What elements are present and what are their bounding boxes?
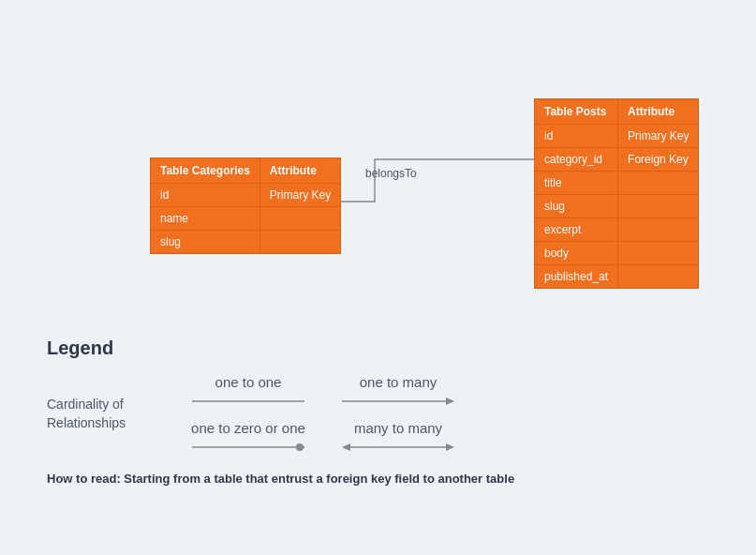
table-row: slug bbox=[151, 231, 341, 254]
field-excerpt: excerpt bbox=[535, 218, 618, 242]
many-to-many-label: many to many bbox=[354, 420, 442, 436]
table-categories: Table Categories Attribute id Primary Ke… bbox=[150, 158, 341, 254]
one-to-many-svg bbox=[337, 394, 459, 409]
legend-content: Cardinality ofRelationships one to one o… bbox=[47, 374, 709, 455]
how-to-read: How to read: Starting from a table that … bbox=[37, 472, 719, 486]
attr-primary-key-cat: Primary Key bbox=[259, 184, 340, 207]
attr-empty-4 bbox=[618, 195, 699, 218]
many-to-many-svg bbox=[337, 440, 459, 455]
svg-marker-5 bbox=[342, 443, 350, 451]
attr-primary-key-post: Primary Key bbox=[618, 125, 699, 148]
attr-empty-5 bbox=[618, 218, 699, 242]
field-published-at: published_at bbox=[535, 265, 618, 289]
legend-one-to-one: one to one bbox=[187, 374, 309, 409]
legend-many-to-many: many to many bbox=[337, 420, 459, 455]
one-to-zero-or-one-svg bbox=[187, 440, 309, 455]
posts-title: Table Posts bbox=[535, 99, 618, 125]
field-slug-cat: slug bbox=[151, 231, 260, 254]
attr-foreign-key: Foreign Key bbox=[618, 148, 699, 172]
table-row: name bbox=[151, 207, 341, 231]
one-to-one-label: one to one bbox=[215, 374, 282, 390]
one-to-many-line bbox=[337, 394, 459, 409]
categories-attr-header: Attribute bbox=[259, 158, 340, 184]
svg-point-4 bbox=[296, 443, 304, 451]
table-row: published_at bbox=[535, 265, 699, 289]
legend-one-to-zero-or-one: one to zero or one bbox=[187, 420, 309, 455]
legend-items: one to one one to many bbox=[187, 374, 459, 455]
table-row: slug bbox=[535, 195, 699, 218]
table-posts: Table Posts Attribute id Primary Key cat… bbox=[534, 98, 699, 289]
one-to-zero-or-one-line bbox=[187, 440, 309, 455]
field-slug-post: slug bbox=[535, 195, 618, 218]
cardinality-label: Cardinality ofRelationships bbox=[47, 396, 169, 432]
field-id-cat: id bbox=[151, 184, 260, 207]
field-title-post: title bbox=[535, 172, 618, 195]
attr-empty-3 bbox=[618, 172, 699, 195]
attr-empty-2 bbox=[259, 231, 340, 254]
table-row: title bbox=[535, 172, 699, 195]
one-to-zero-or-one-label: one to zero or one bbox=[191, 420, 305, 436]
table-row: category_id Foreign Key bbox=[535, 148, 699, 172]
field-id-post: id bbox=[535, 125, 618, 148]
table-row: id Primary Key bbox=[151, 184, 341, 207]
table-row: body bbox=[535, 242, 699, 265]
legend-title: Legend bbox=[47, 338, 709, 359]
attr-empty-1 bbox=[259, 207, 340, 231]
attr-empty-6 bbox=[618, 242, 699, 265]
table-row: id Primary Key bbox=[535, 125, 699, 148]
field-body: body bbox=[535, 242, 618, 265]
one-to-many-label: one to many bbox=[360, 374, 437, 390]
svg-marker-2 bbox=[446, 398, 454, 405]
table-row: excerpt bbox=[535, 218, 699, 242]
categories-title: Table Categories bbox=[151, 158, 260, 184]
field-name-cat: name bbox=[151, 207, 260, 231]
legend-section: Legend Cardinality ofRelationships one t… bbox=[37, 338, 719, 455]
svg-marker-7 bbox=[446, 443, 454, 451]
many-to-many-line bbox=[337, 440, 459, 455]
field-category-id: category_id bbox=[535, 148, 618, 172]
one-to-one-line bbox=[187, 394, 309, 409]
attr-empty-7 bbox=[618, 265, 699, 289]
posts-attr-header: Attribute bbox=[618, 99, 699, 125]
belongs-to-label: belongsTo bbox=[365, 167, 417, 180]
diagram-area: belongsTo Table Categories Attribute id … bbox=[37, 28, 719, 328]
legend-one-to-many: one to many bbox=[337, 374, 459, 409]
one-to-one-svg bbox=[187, 394, 309, 409]
